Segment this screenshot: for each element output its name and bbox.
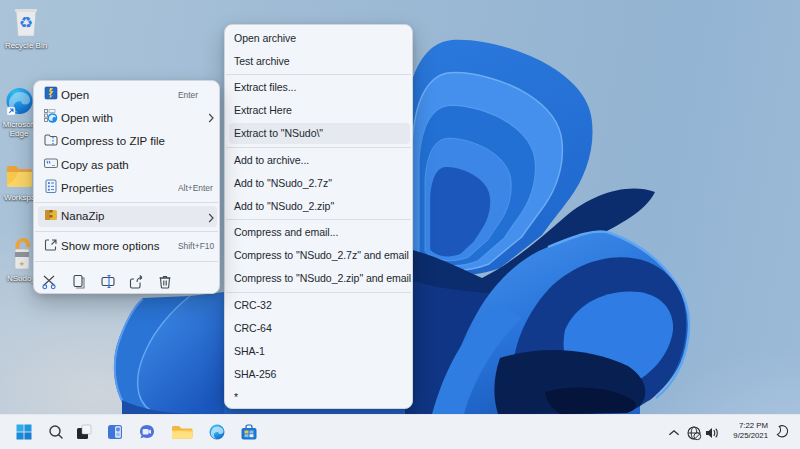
svg-text:♻: ♻ [19,14,33,31]
svg-text:★: ★ [19,260,25,267]
